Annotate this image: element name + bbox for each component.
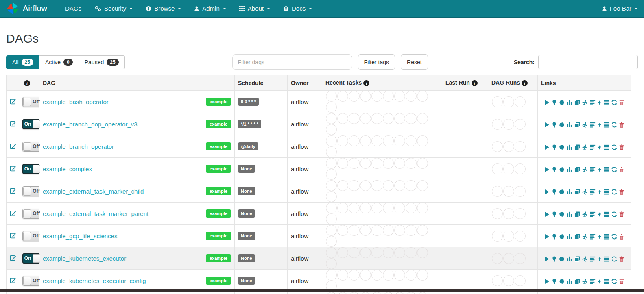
play-icon[interactable] bbox=[545, 122, 550, 128]
edit-dag-icon[interactable] bbox=[10, 143, 16, 149]
filter-dags-input[interactable] bbox=[232, 54, 352, 70]
edit-dag-icon[interactable] bbox=[10, 120, 16, 127]
gantt-icon[interactable] bbox=[590, 144, 596, 150]
play-icon[interactable] bbox=[545, 234, 550, 240]
trash-icon[interactable] bbox=[619, 279, 624, 284]
tree-icon[interactable] bbox=[552, 122, 557, 128]
copy-icon[interactable] bbox=[574, 189, 580, 195]
bar-chart-icon[interactable] bbox=[567, 167, 572, 172]
gantt-icon[interactable] bbox=[590, 279, 596, 284]
copy-icon[interactable] bbox=[574, 234, 580, 240]
trash-icon[interactable] bbox=[619, 100, 624, 105]
dag-name-link[interactable]: example_branch_dop_operator_v3 bbox=[43, 121, 206, 128]
list-icon[interactable] bbox=[604, 189, 609, 195]
starburst-icon[interactable] bbox=[559, 189, 565, 195]
edit-dag-icon[interactable] bbox=[10, 98, 16, 105]
starburst-icon[interactable] bbox=[559, 211, 565, 217]
list-icon[interactable] bbox=[604, 100, 609, 105]
bar-chart-icon[interactable] bbox=[567, 279, 572, 284]
copy-icon[interactable] bbox=[574, 144, 580, 150]
plane-icon[interactable] bbox=[582, 189, 588, 195]
tree-icon[interactable] bbox=[552, 279, 557, 284]
starburst-icon[interactable] bbox=[559, 100, 565, 105]
play-icon[interactable] bbox=[545, 167, 550, 172]
bar-chart-icon[interactable] bbox=[567, 122, 572, 127]
tree-icon[interactable] bbox=[552, 256, 557, 262]
trash-icon[interactable] bbox=[619, 234, 624, 240]
plane-icon[interactable] bbox=[582, 234, 588, 240]
nav-item-docs[interactable]: Docs bbox=[277, 0, 319, 17]
nav-item-browse[interactable]: Browse bbox=[139, 0, 188, 17]
bar-chart-icon[interactable] bbox=[567, 100, 572, 105]
horizontal-scrollbar[interactable] bbox=[0, 289, 644, 292]
edit-dag-icon[interactable] bbox=[10, 232, 16, 239]
copy-icon[interactable] bbox=[574, 100, 580, 105]
filter-tags-button[interactable]: Filter tags bbox=[358, 54, 395, 70]
lightning-icon[interactable] bbox=[598, 167, 602, 172]
gantt-icon[interactable] bbox=[590, 234, 596, 240]
nav-item-security[interactable]: Security bbox=[88, 0, 139, 17]
lightning-icon[interactable] bbox=[598, 279, 602, 284]
play-icon[interactable] bbox=[545, 211, 550, 217]
plane-icon[interactable] bbox=[582, 256, 588, 262]
copy-icon[interactable] bbox=[574, 256, 580, 262]
tab-active[interactable]: Active0 bbox=[39, 55, 79, 69]
list-icon[interactable] bbox=[604, 256, 609, 262]
dag-pause-toggle[interactable]: Off bbox=[22, 231, 41, 241]
trash-icon[interactable] bbox=[619, 167, 624, 172]
tree-icon[interactable] bbox=[552, 189, 557, 195]
nav-item-about[interactable]: About bbox=[233, 0, 277, 17]
dag-pause-toggle[interactable]: Off bbox=[22, 97, 41, 107]
refresh-icon[interactable] bbox=[611, 211, 617, 217]
bar-chart-icon[interactable] bbox=[567, 211, 572, 217]
refresh-icon[interactable] bbox=[611, 144, 617, 150]
plane-icon[interactable] bbox=[582, 279, 588, 284]
plane-icon[interactable] bbox=[582, 144, 588, 150]
copy-icon[interactable] bbox=[574, 279, 580, 284]
dag-pause-toggle[interactable]: On bbox=[22, 253, 41, 264]
bar-chart-icon[interactable] bbox=[567, 189, 572, 194]
dag-pause-toggle[interactable]: Off bbox=[22, 209, 41, 219]
copy-icon[interactable] bbox=[574, 211, 580, 217]
dag-name-link[interactable]: example_bash_operator bbox=[43, 98, 206, 105]
dag-name-link[interactable]: example_gcp_life_sciences bbox=[43, 233, 206, 240]
dag-name-link[interactable]: example_complex bbox=[43, 166, 206, 172]
tree-icon[interactable] bbox=[552, 234, 557, 240]
dag-name-link[interactable]: example_branch_operator bbox=[43, 143, 206, 150]
play-icon[interactable] bbox=[545, 100, 550, 105]
starburst-icon[interactable] bbox=[559, 234, 565, 240]
dag-pause-toggle[interactable]: Off bbox=[22, 142, 41, 152]
dag-pause-toggle[interactable]: On bbox=[22, 119, 41, 129]
dag-name-link[interactable]: example_kubernetes_executor_config bbox=[43, 277, 206, 284]
starburst-icon[interactable] bbox=[559, 279, 565, 284]
edit-dag-icon[interactable] bbox=[10, 210, 16, 216]
starburst-icon[interactable] bbox=[559, 122, 565, 128]
bar-chart-icon[interactable] bbox=[567, 144, 572, 150]
copy-icon[interactable] bbox=[574, 122, 580, 128]
dag-tag-badge[interactable]: example bbox=[206, 254, 231, 262]
dag-pause-toggle[interactable]: Off bbox=[22, 186, 41, 196]
gantt-icon[interactable] bbox=[590, 189, 596, 195]
refresh-icon[interactable] bbox=[611, 122, 617, 128]
list-icon[interactable] bbox=[604, 234, 609, 240]
list-icon[interactable] bbox=[604, 279, 609, 284]
play-icon[interactable] bbox=[545, 279, 550, 284]
reset-button[interactable]: Reset bbox=[401, 54, 428, 70]
refresh-icon[interactable] bbox=[611, 279, 617, 284]
gantt-icon[interactable] bbox=[590, 256, 596, 262]
gantt-icon[interactable] bbox=[590, 211, 596, 217]
list-icon[interactable] bbox=[604, 122, 609, 128]
dag-name-link[interactable]: example_external_task_marker_child bbox=[43, 188, 206, 195]
tree-icon[interactable] bbox=[552, 211, 557, 217]
edit-dag-icon[interactable] bbox=[10, 165, 16, 172]
trash-icon[interactable] bbox=[619, 211, 624, 217]
plane-icon[interactable] bbox=[582, 100, 588, 105]
starburst-icon[interactable] bbox=[559, 256, 565, 262]
gantt-icon[interactable] bbox=[590, 122, 596, 128]
trash-icon[interactable] bbox=[619, 144, 624, 150]
starburst-icon[interactable] bbox=[559, 144, 565, 150]
edit-dag-icon[interactable] bbox=[10, 277, 16, 283]
gantt-icon[interactable] bbox=[590, 100, 596, 105]
dag-name-link[interactable]: example_external_task_marker_parent bbox=[43, 210, 206, 217]
trash-icon[interactable] bbox=[619, 122, 624, 128]
